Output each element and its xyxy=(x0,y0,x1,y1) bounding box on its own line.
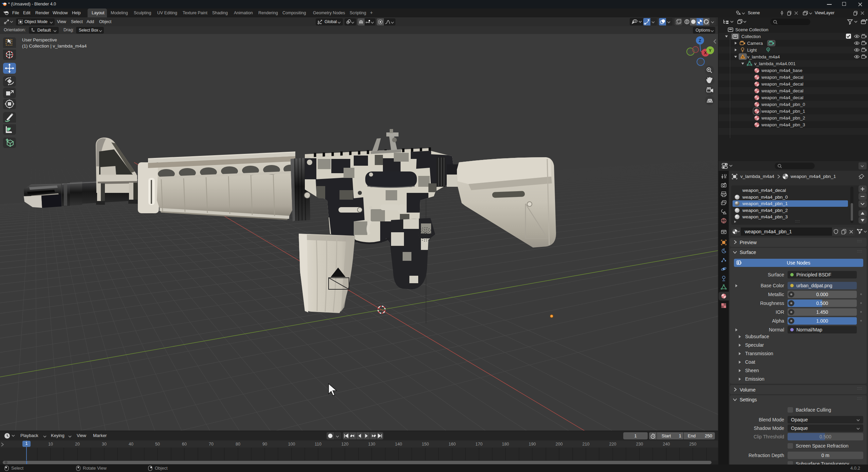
svg-text:Z: Z xyxy=(699,38,701,43)
svg-text:Y: Y xyxy=(709,48,712,53)
